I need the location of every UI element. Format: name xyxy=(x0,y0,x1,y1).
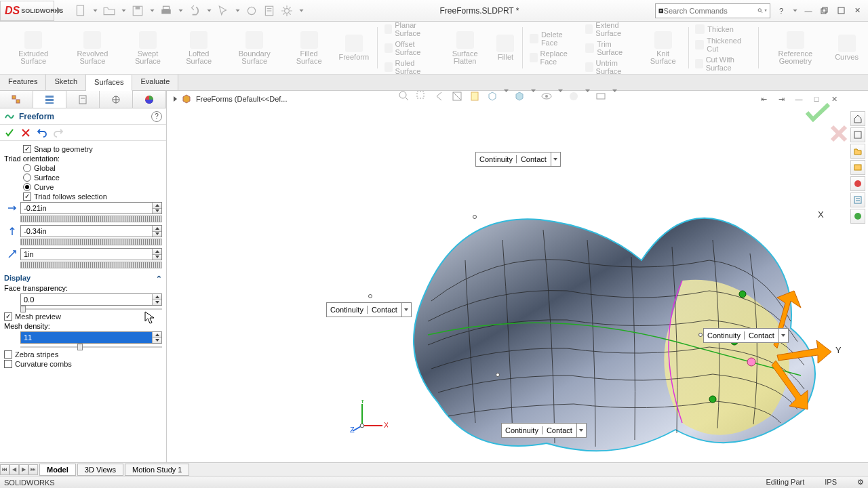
dimxpert-tab[interactable] xyxy=(100,91,133,108)
mesh-density-slider[interactable] xyxy=(20,345,162,349)
help-icon[interactable]: ? xyxy=(776,5,787,16)
curves-button[interactable]: Curves xyxy=(831,24,863,71)
spin-down[interactable] xyxy=(152,209,161,214)
delta-x-input[interactable] xyxy=(20,202,162,214)
nav-prev[interactable]: ◀ xyxy=(9,464,19,475)
continuity-callout[interactable]: ContinuityContact xyxy=(475,152,561,167)
tab-3dviews[interactable]: 3D Views xyxy=(77,464,123,476)
delete-face-button[interactable]: Delete Face xyxy=(527,30,580,47)
vp-collapse-icon[interactable]: ⇤ xyxy=(757,92,770,106)
appearance-icon[interactable] xyxy=(567,89,580,103)
zoom-fit-icon[interactable] xyxy=(397,89,411,103)
custom-props-icon[interactable] xyxy=(850,192,865,207)
zoom-area-icon[interactable] xyxy=(415,89,429,103)
untrim-surface-button[interactable]: Untrim Surface xyxy=(583,58,639,76)
home-icon[interactable] xyxy=(850,111,865,126)
search-icon[interactable] xyxy=(757,5,764,16)
triad-follows-check[interactable]: Triad follows selection xyxy=(23,192,162,201)
breadcrumb-text[interactable]: FreeForms (Default<<Def... xyxy=(196,95,288,103)
cut-with-surface-button[interactable]: Cut With Surface xyxy=(692,55,753,73)
rebuild-icon[interactable] xyxy=(245,5,258,17)
boundary-surface-button[interactable]: Boundary Surface xyxy=(226,24,283,71)
open-icon[interactable] xyxy=(103,5,115,17)
select-icon[interactable] xyxy=(217,5,229,17)
restore-button[interactable] xyxy=(819,5,830,16)
planar-surface-button[interactable]: Planar Surface xyxy=(382,20,437,38)
minimize-button[interactable]: — xyxy=(803,5,814,16)
pm-redo-button[interactable] xyxy=(53,127,64,138)
snap-geometry-check[interactable]: Snap to geometry xyxy=(23,145,162,153)
tab-surfaces[interactable]: Surfaces xyxy=(86,75,132,91)
fillet-button[interactable]: Fillet xyxy=(492,24,518,71)
display-style-icon[interactable] xyxy=(513,89,526,103)
tab-sketch[interactable]: Sketch xyxy=(46,75,86,90)
spin-up[interactable] xyxy=(152,332,161,338)
save-icon[interactable] xyxy=(132,5,144,17)
section-view-icon[interactable] xyxy=(450,89,464,103)
scene-icon[interactable] xyxy=(594,89,608,103)
tab-motion-study[interactable]: Motion Study 1 xyxy=(125,464,189,476)
confirm-cancel-icon[interactable] xyxy=(830,125,848,142)
spin-up[interactable] xyxy=(152,203,161,209)
spin-down[interactable] xyxy=(152,338,161,344)
new-doc-icon[interactable] xyxy=(75,5,87,17)
flyout-tree[interactable]: FreeForms (Default<<Def... xyxy=(174,94,288,104)
ruled-surface-button[interactable]: Ruled Surface xyxy=(382,58,437,76)
mesh-preview-check[interactable]: Mesh preview xyxy=(4,312,162,321)
file-explorer-icon[interactable] xyxy=(850,144,865,159)
triad-surface-radio[interactable]: Surface xyxy=(23,174,162,182)
knit-surface-button[interactable]: Knit Surface xyxy=(642,24,684,71)
thicken-button[interactable]: Thicken xyxy=(692,24,753,35)
triad-global-radio[interactable]: Global xyxy=(23,164,162,172)
display-section[interactable]: Display⌄ xyxy=(4,274,162,283)
spin-down[interactable] xyxy=(152,300,161,306)
view-orientation-icon[interactable] xyxy=(486,89,499,103)
hide-show-icon[interactable] xyxy=(540,89,553,103)
offset-surface-button[interactable]: Offset Surface xyxy=(382,39,437,57)
config-manager-tab[interactable] xyxy=(66,91,100,108)
status-units[interactable]: IPS xyxy=(825,478,837,487)
feature-tree-tab[interactable] xyxy=(0,91,33,108)
extend-surface-button[interactable]: Extend Surface xyxy=(583,20,639,38)
property-manager-tab[interactable] xyxy=(33,91,66,108)
spin-up[interactable] xyxy=(152,226,161,232)
replace-face-button[interactable]: Replace Face xyxy=(527,49,580,66)
spin-down[interactable] xyxy=(152,232,161,237)
tab-features[interactable]: Features xyxy=(0,75,46,90)
trim-surface-button[interactable]: Trim Surface xyxy=(583,39,639,57)
filled-surface-button[interactable]: Filled Surface xyxy=(286,24,332,71)
zebra-check[interactable]: Zebra stripes xyxy=(4,350,162,359)
revolved-surface-button[interactable]: Revolved Surface xyxy=(64,24,121,71)
thickened-cut-button[interactable]: Thickened Cut xyxy=(692,36,753,54)
design-library-icon[interactable] xyxy=(850,127,865,142)
vp-expand-icon[interactable]: ⇥ xyxy=(774,92,788,106)
continuity-callout[interactable]: ContinuityContact xyxy=(326,302,412,317)
delta-z-ruler[interactable] xyxy=(20,262,162,268)
spin-up[interactable] xyxy=(152,294,161,300)
display-manager-tab[interactable] xyxy=(133,91,166,108)
delta-z-input[interactable] xyxy=(20,248,162,260)
close-button[interactable]: ✕ xyxy=(852,5,863,16)
curvature-check[interactable]: Curvature combs xyxy=(4,360,162,368)
reference-geometry-button[interactable]: Reference Geometry xyxy=(763,24,829,71)
face-trans-input[interactable] xyxy=(20,293,162,306)
nav-first[interactable]: ⏮ xyxy=(0,464,9,475)
tab-evaluate[interactable]: Evaluate xyxy=(132,75,178,90)
file-props-icon[interactable] xyxy=(263,5,275,17)
maximize-button[interactable] xyxy=(835,5,846,16)
graphics-viewport[interactable]: FreeForms (Default<<Def... ⇤ ⇥ — □ ✕ xyxy=(167,91,868,468)
search-commands[interactable] xyxy=(655,3,770,18)
nav-next[interactable]: ▶ xyxy=(19,464,28,475)
mesh-density-input[interactable] xyxy=(20,331,162,344)
confirm-ok-icon[interactable] xyxy=(804,102,831,122)
status-options-icon[interactable]: ⚙ xyxy=(857,478,864,487)
pm-undo-button[interactable] xyxy=(37,127,47,138)
lofted-surface-button[interactable]: Lofted Surface xyxy=(175,24,223,71)
continuity-callout[interactable]: ContinuityContact xyxy=(703,328,789,343)
prev-view-icon[interactable] xyxy=(433,89,446,103)
vp-minimize-icon[interactable]: — xyxy=(792,92,806,106)
forum-icon[interactable] xyxy=(850,209,865,224)
view-palette-icon[interactable] xyxy=(850,160,865,175)
pm-ok-button[interactable] xyxy=(4,127,15,138)
surface-flatten-button[interactable]: Surface Flatten xyxy=(440,24,490,71)
